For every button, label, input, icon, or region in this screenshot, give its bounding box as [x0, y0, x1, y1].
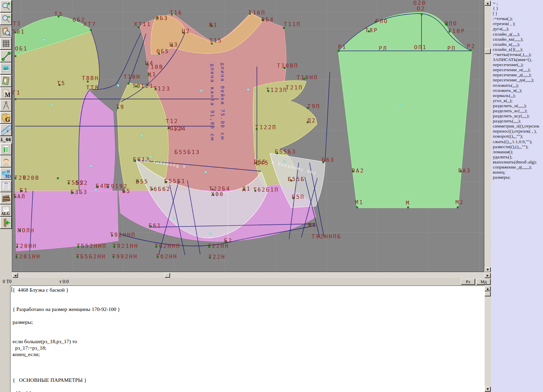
canvas-vscroll-down[interactable]: ▼ [485, 267, 491, 272]
cad-point[interactable] [135, 85, 137, 87]
cad-point[interactable] [407, 207, 409, 208]
cad-point[interactable] [59, 84, 60, 86]
cad-point[interactable] [211, 25, 213, 27]
threed-button[interactable]: 3D [0, 168, 12, 180]
cad-point[interactable] [171, 14, 173, 15]
cad-point[interactable] [262, 19, 264, 21]
cad-point[interactable] [353, 171, 354, 172]
command-item[interactable]: разделить_н(,,,,,); [491, 103, 543, 108]
pattern-card-button[interactable] [0, 75, 12, 87]
command-item[interactable]: разделить_ксу(,,,,); [491, 113, 543, 118]
cad-point[interactable] [421, 14, 423, 15]
editor-vscroll-up[interactable]: ▲ [485, 286, 491, 291]
cad-point[interactable] [460, 171, 462, 172]
cad-point[interactable] [243, 189, 245, 190]
command-item[interactable]: :=точка(,); [491, 16, 543, 21]
command-item[interactable]: пересечение_дн(,,,,,); [491, 77, 543, 82]
cad-point[interactable] [87, 81, 89, 82]
canvas-vscroll-up[interactable]: ▲ [485, 1, 491, 6]
cad-point[interactable] [449, 31, 450, 32]
cad-point[interactable] [138, 26, 139, 28]
cad-point[interactable] [165, 181, 167, 183]
cad-point[interactable] [157, 256, 158, 258]
md-button[interactable]: Мд [476, 279, 491, 285]
cad-point[interactable] [147, 63, 148, 65]
segment-button[interactable] [0, 50, 12, 62]
command-item[interactable]: дуга(,,,); [491, 26, 543, 31]
cad-point[interactable] [368, 31, 370, 32]
pattern-zoom-button[interactable] [0, 25, 12, 38]
cad-point[interactable] [96, 186, 98, 188]
cad-point[interactable] [168, 127, 170, 129]
command-item[interactable]: ЗАПИСАТЬ(имя=(), [491, 57, 543, 62]
cad-point[interactable] [148, 73, 150, 75]
editor-vscroll-down[interactable]: ▼ [485, 387, 491, 392]
command-item[interactable]: поворот((),,,""); [491, 134, 543, 139]
command-item[interactable]: { } [491, 6, 543, 11]
measurements-button[interactable]: M [0, 87, 12, 99]
cad-point[interactable] [256, 128, 258, 130]
cad-point[interactable] [212, 194, 214, 196]
command-item[interactable]: пересечение_н(,,,,); [491, 67, 543, 72]
zoom-in-button[interactable] [0, 0, 12, 13]
command-item[interactable]: сплайн_д(,,,,); [491, 32, 543, 37]
command-item[interactable]: сжать((),,,1.1,0.9,""); [491, 139, 543, 144]
cad-point[interactable] [15, 55, 16, 57]
cad-point[interactable] [68, 182, 70, 184]
books-button[interactable] [0, 192, 12, 204]
command-item[interactable]: разделить_кс(,,,,); [491, 108, 543, 113]
cad-point[interactable] [111, 235, 113, 236]
command-item[interactable]: отложить_в(,,); [491, 88, 543, 93]
cad-point[interactable] [255, 190, 256, 192]
command-item[interactable]: разделить(,,,,); [491, 118, 543, 123]
cad-point[interactable] [470, 50, 471, 51]
cad-point[interactable] [19, 230, 21, 232]
cad-point[interactable] [16, 256, 17, 258]
command-item[interactable]: отрезок( , ); [491, 21, 543, 26]
command-item[interactable]: удалить(); [491, 154, 543, 159]
editor-vscroll[interactable] [485, 286, 491, 392]
editor-vscroll-thumb[interactable] [485, 292, 491, 296]
cad-point[interactable] [58, 16, 59, 17]
canvas-hscroll-thumb[interactable] [165, 273, 170, 278]
command-item[interactable]: [ ] [491, 11, 543, 16]
command-item[interactable]: угол_к(,,); [491, 98, 543, 103]
cad-point[interactable] [113, 256, 114, 258]
cad-point[interactable] [137, 180, 139, 182]
cad-point[interactable] [113, 246, 115, 248]
algorithm-editor[interactable]: { 4468 Блузка с баской } { Разработано н… [10, 286, 485, 392]
drawing-canvas[interactable]: Т1Т01Т3ОБ2ХТ7ОБ1Т5Т8ВНТТ8Г1Т9Т10НТ0121Т1… [12, 0, 484, 272]
cad-point[interactable] [338, 50, 339, 52]
cad-point[interactable] [16, 246, 18, 248]
cad-point[interactable] [255, 162, 257, 164]
command-item[interactable]: сплайн_к(,,,,); [491, 42, 543, 47]
cad-point[interactable] [77, 246, 79, 248]
cad-point[interactable] [123, 191, 125, 192]
cad-point[interactable] [15, 32, 16, 33]
ruler-button[interactable]: 8 [0, 124, 12, 136]
command-item[interactable]: выполнить(dmod\.alg); [491, 159, 543, 164]
cad-point[interactable] [293, 197, 294, 199]
cad-point[interactable] [171, 44, 173, 46]
cad-point[interactable] [150, 226, 152, 228]
canvas-vscroll-thumb[interactable] [485, 48, 491, 54]
cad-point[interactable] [291, 180, 292, 181]
cad-point[interactable] [57, 177, 59, 179]
cad-point[interactable] [267, 90, 269, 92]
cad-point[interactable] [71, 192, 73, 193]
cad-point[interactable] [212, 189, 213, 190]
canvas-hscroll[interactable] [12, 273, 485, 278]
cad-point[interactable] [375, 21, 376, 23]
command-item[interactable]: перенос((),отрезок( , ), [491, 129, 543, 134]
cad-point[interactable] [457, 207, 458, 208]
command-item[interactable]: сопряжение_д(,,,,,,); [491, 164, 543, 170]
cad-point[interactable] [155, 88, 156, 90]
cad-point[interactable] [15, 98, 16, 100]
alg-doc-button[interactable]: ALG [0, 204, 12, 217]
cad-point[interactable] [249, 13, 251, 15]
portrait-button[interactable] [0, 155, 12, 168]
cad-point[interactable] [151, 189, 153, 190]
cad-point[interactable] [15, 177, 16, 179]
cad-point[interactable] [284, 67, 285, 69]
cad-point[interactable] [20, 190, 22, 192]
